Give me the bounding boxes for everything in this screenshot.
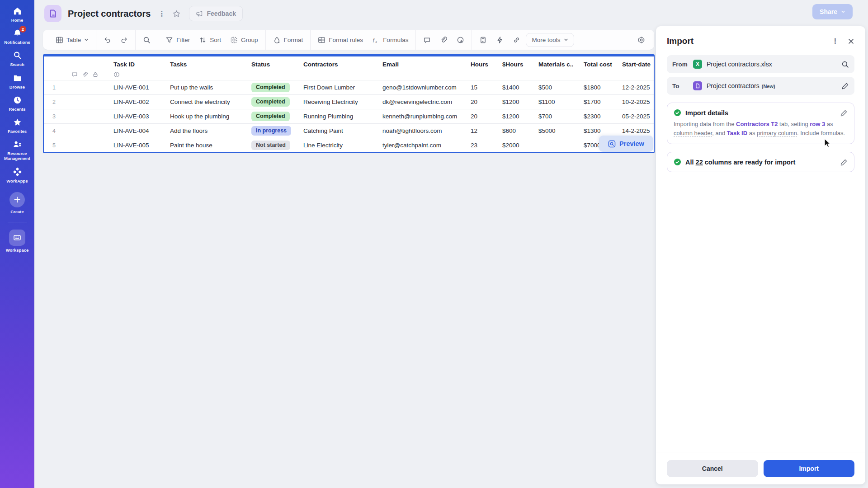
cell-task-id[interactable]: LIN-AVE-005 [109,142,166,149]
sort-button[interactable]: Sort [195,33,225,47]
row-number[interactable]: 4 [44,128,64,134]
comments-button[interactable] [420,33,434,47]
redo-button[interactable] [117,33,132,47]
view-switcher-table[interactable]: Table [52,33,92,47]
feedback-button[interactable]: Feedback [189,6,243,21]
cell-dollar-hours[interactable]: $1400 [498,84,534,91]
cell-hours[interactable]: 20 [467,99,498,105]
filter-button[interactable]: Filter [162,33,193,47]
cell-task-id[interactable]: LIN-AVE-001 [109,84,166,91]
panel-menu-icon[interactable]: ⋮ [832,37,839,45]
column-header[interactable]: Email [378,61,467,68]
cell-hours[interactable]: 12 [467,127,498,134]
format-button[interactable]: Format [269,33,307,47]
cell-task[interactable]: Paint the house [166,142,247,149]
edit-details-icon[interactable] [840,109,848,117]
settings-button[interactable] [634,33,649,47]
cell-contractor[interactable]: Running Plumbing [299,113,378,120]
cell-start-date[interactable]: 05-2-2025 [618,113,654,120]
undo-button[interactable] [100,33,115,47]
import-button[interactable]: Import [764,460,855,477]
cell-hours[interactable]: 15 [467,84,498,91]
cell-total[interactable]: $1300 [580,127,618,134]
row-number[interactable]: 5 [44,142,64,149]
cell-total[interactable]: $2300 [580,113,618,120]
cell-dollar-hours[interactable]: $600 [498,127,534,134]
cell-total[interactable]: $1800 [580,84,618,91]
cell-status[interactable]: Not started [247,141,299,150]
cell-contractor[interactable]: Receiving Electricity [299,99,378,105]
sidebar-item-workspace[interactable]: Workspace [0,230,34,253]
cell-task[interactable]: Hook up the plumbing [166,113,247,120]
header-row-link[interactable]: row 3 [810,121,825,127]
column-header[interactable]: Status [247,61,299,68]
cell-status[interactable]: Completed [247,97,299,107]
cell-task-id[interactable]: LIN-AVE-003 [109,113,166,120]
cell-dollar-hours[interactable]: $2000 [498,142,534,149]
sidebar-item-home[interactable]: Home [0,6,34,23]
cell-contractor[interactable]: First Down Lumber [299,84,378,91]
row-number[interactable]: 1 [44,84,64,91]
cell-materials[interactable]: $1100 [534,99,580,105]
sidebar-item-resource-management[interactable]: Resource Management [0,140,34,161]
cell-task-id[interactable]: LIN-AVE-002 [109,99,166,105]
column-header[interactable]: Tasks [166,61,247,68]
column-header[interactable]: Task ID [109,61,166,68]
sidebar-item-search[interactable]: Search [0,51,34,67]
edit-columns-icon[interactable] [840,159,848,166]
share-button[interactable]: Share [812,4,853,19]
cell-dollar-hours[interactable]: $1200 [498,99,534,105]
cell-start-date[interactable]: 10-2-2025 [618,99,654,105]
columns-count[interactable]: 22 [696,159,703,166]
attachment-column-icon[interactable] [82,71,88,78]
sidebar-item-create[interactable]: Create [0,192,34,214]
cell-contractor[interactable]: Catching Paint [299,127,378,134]
column-header[interactable]: $Hours [498,61,534,68]
attachments-button[interactable] [436,33,451,47]
cell-start-date[interactable]: 12-2-2025 [618,84,654,91]
search-button[interactable] [139,33,154,47]
sidebar-item-notifications[interactable]: 2 Notifications [0,28,34,45]
search-file-icon[interactable] [841,61,849,68]
primary-column-link[interactable]: Task ID [727,130,747,136]
cell-status[interactable]: In progress [247,126,299,136]
comment-column-icon[interactable] [71,71,78,78]
primary-column-term[interactable]: primary column [757,130,797,137]
group-button[interactable]: Group [226,33,262,47]
cell-materials[interactable]: $700 [534,113,580,120]
edit-destination-icon[interactable] [842,82,849,89]
info-icon[interactable] [113,71,120,78]
sidebar-item-recents[interactable]: Recents [0,95,34,112]
favorite-star-icon[interactable] [172,9,181,18]
cell-email[interactable]: dk@receivingelectric.com [378,99,467,105]
column-header[interactable]: Hours [467,61,498,68]
cell-task-id[interactable]: LIN-AVE-004 [109,127,166,134]
cell-email[interactable]: tyler@catchpaint.com [378,142,467,149]
row-number[interactable]: 2 [44,99,64,105]
sidebar-item-browse[interactable]: Browse [0,73,34,89]
automations-button[interactable] [492,33,507,47]
cell-task[interactable]: Connect the electricity [166,99,247,105]
column-header-term[interactable]: column header [674,130,712,137]
lock-column-icon[interactable] [92,71,99,78]
cell-email[interactable]: kenneth@runplumbing.com [378,113,467,120]
title-menu-icon[interactable]: ⋮ [158,9,165,18]
cell-task[interactable]: Add the floors [166,127,247,134]
column-header[interactable]: Materials c.. [534,61,580,68]
formulas-button[interactable]: fx Formulas [368,33,412,47]
column-header[interactable]: Start-date [618,61,654,68]
cancel-button[interactable]: Cancel [667,460,758,477]
cell-dollar-hours[interactable]: $1200 [498,113,534,120]
sidebar-item-workapps[interactable]: WorkApps [0,167,34,183]
cell-materials[interactable]: $5000 [534,127,580,134]
cell-materials[interactable]: $500 [534,84,580,91]
cell-contractor[interactable]: Line Electricity [299,142,378,149]
format-rules-button[interactable]: Format rules [314,33,367,47]
cell-status[interactable]: Completed [247,83,299,93]
connections-button[interactable] [509,33,524,47]
column-header[interactable]: Total cost [580,61,618,68]
sidebar-item-favorites[interactable]: Favorites [0,117,34,134]
cell-hours[interactable]: 23 [467,142,498,149]
column-header[interactable]: Contractors [299,61,378,68]
tab-link[interactable]: Contractors T2 [736,121,778,127]
